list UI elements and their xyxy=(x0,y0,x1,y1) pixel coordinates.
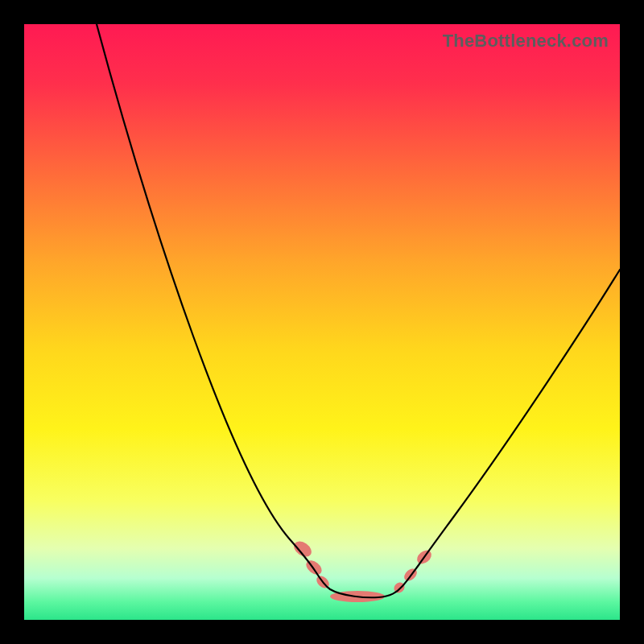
chart-frame: TheBottleneck.com xyxy=(0,0,644,644)
watermark-text: TheBottleneck.com xyxy=(443,31,609,52)
bottleneck-curve xyxy=(97,24,620,597)
plot-area: TheBottleneck.com xyxy=(24,24,620,620)
curve-layer xyxy=(24,24,620,620)
optimal-marker xyxy=(291,539,315,560)
optimal-zone-markers xyxy=(291,539,435,602)
